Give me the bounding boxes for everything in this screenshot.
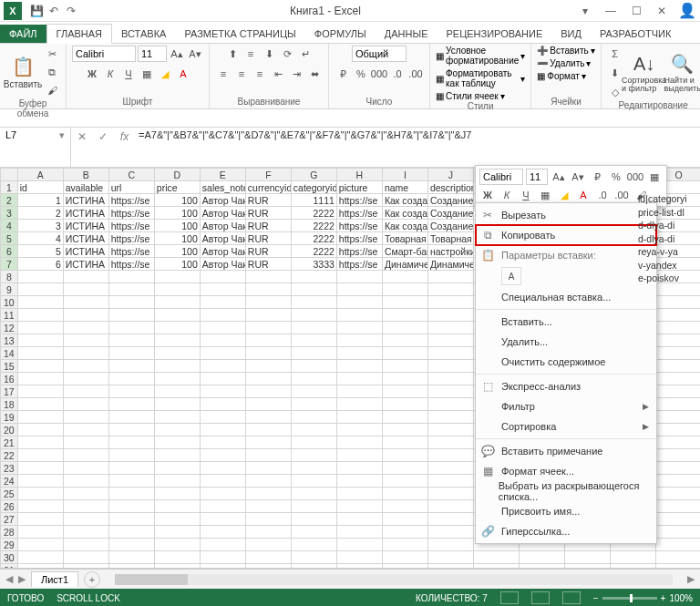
zoom-out-icon[interactable]: −: [593, 593, 599, 603]
tab-insert[interactable]: ВСТАВКА: [112, 25, 175, 43]
cell[interactable]: [427, 488, 473, 500]
column-header[interactable]: I: [382, 169, 427, 181]
cell[interactable]: настройки и запуск: [427, 245, 473, 258]
cell[interactable]: [245, 296, 291, 309]
cell[interactable]: sales_note: [200, 181, 245, 194]
cell[interactable]: [336, 334, 382, 347]
cell[interactable]: [200, 513, 245, 526]
cell[interactable]: [382, 564, 427, 570]
cell[interactable]: [291, 513, 336, 526]
cell[interactable]: [245, 385, 291, 398]
minimize-icon[interactable]: —: [598, 1, 623, 21]
cell[interactable]: [655, 411, 700, 424]
cell[interactable]: [427, 500, 473, 513]
row-header[interactable]: 18: [1, 398, 18, 411]
cell[interactable]: 2222: [291, 220, 336, 232]
cell[interactable]: [427, 551, 473, 564]
cell[interactable]: 100: [154, 194, 200, 207]
cell[interactable]: [108, 424, 154, 437]
cell[interactable]: [336, 513, 382, 526]
cell[interactable]: https://se: [336, 245, 382, 258]
cell[interactable]: [154, 475, 200, 488]
cell[interactable]: [655, 500, 700, 513]
cell[interactable]: [427, 539, 473, 551]
decrease-indent-icon[interactable]: ⇤: [270, 66, 286, 82]
cell[interactable]: [200, 437, 245, 449]
cell[interactable]: Создание и оптими: [427, 220, 473, 232]
cell[interactable]: [291, 385, 336, 398]
cell[interactable]: 3333: [291, 258, 336, 271]
cell[interactable]: [291, 411, 336, 424]
cell[interactable]: [382, 526, 427, 539]
cell[interactable]: [200, 539, 245, 551]
cell[interactable]: [108, 513, 154, 526]
cell[interactable]: [245, 526, 291, 539]
cell[interactable]: [245, 488, 291, 500]
cell[interactable]: [154, 385, 200, 398]
fill-icon[interactable]: ⬇: [607, 65, 623, 81]
cell[interactable]: [291, 488, 336, 500]
cell[interactable]: [245, 398, 291, 411]
ctx-format-cells[interactable]: ▦Формат ячеек...: [476, 461, 656, 481]
decrease-font-icon[interactable]: A▾: [187, 46, 203, 62]
format-painter-icon[interactable]: 🖌: [44, 82, 60, 98]
cell[interactable]: Автор Чак: [200, 220, 245, 232]
cell[interactable]: [63, 373, 108, 385]
cell[interactable]: RUR: [245, 245, 291, 258]
cell[interactable]: [17, 385, 63, 398]
cell[interactable]: https://se: [108, 232, 154, 245]
ctx-paste-special[interactable]: Специальная вставка...: [476, 287, 656, 307]
cell[interactable]: [154, 513, 200, 526]
cell[interactable]: [427, 322, 473, 334]
bold-button[interactable]: Ж: [84, 66, 100, 82]
cell[interactable]: Товарная г: [382, 232, 427, 245]
cell[interactable]: [245, 347, 291, 360]
cell[interactable]: 1: [17, 194, 63, 207]
cell[interactable]: [382, 437, 427, 449]
cell[interactable]: [200, 411, 245, 424]
ctx-define-name[interactable]: Присвоить имя...: [476, 501, 656, 521]
cell[interactable]: [63, 334, 108, 347]
cell[interactable]: [108, 475, 154, 488]
cell[interactable]: [336, 449, 382, 462]
column-header[interactable]: D: [154, 169, 200, 181]
cell[interactable]: [17, 513, 63, 526]
wrap-text-icon[interactable]: ↵: [297, 46, 314, 62]
zoom-slider[interactable]: [602, 597, 657, 600]
cell[interactable]: [245, 475, 291, 488]
cell[interactable]: [154, 322, 200, 334]
cell[interactable]: [108, 449, 154, 462]
align-left-icon[interactable]: ≡: [215, 66, 232, 82]
border-icon[interactable]: ▦: [139, 66, 155, 82]
enter-formula-icon[interactable]: ✓: [98, 130, 108, 143]
cell[interactable]: [108, 309, 154, 322]
cell[interactable]: [291, 539, 336, 551]
comma-icon[interactable]: 000: [371, 66, 387, 82]
cell[interactable]: Как созда: [382, 207, 427, 220]
cell[interactable]: [108, 347, 154, 360]
tab-home[interactable]: ГЛАВНАЯ: [46, 24, 112, 44]
cell[interactable]: [108, 360, 154, 373]
cell[interactable]: Автор Чак: [200, 232, 245, 245]
cell[interactable]: [200, 334, 245, 347]
row-header[interactable]: 14: [1, 347, 18, 360]
cell[interactable]: [291, 283, 336, 296]
cell[interactable]: [336, 271, 382, 283]
cell[interactable]: [382, 462, 427, 475]
cell[interactable]: Динамиче: [382, 258, 427, 271]
row-header[interactable]: 19: [1, 411, 18, 424]
cell[interactable]: [245, 539, 291, 551]
row-header[interactable]: 31: [1, 564, 18, 570]
cell[interactable]: [610, 564, 655, 570]
row-header[interactable]: 11: [1, 309, 18, 322]
close-icon[interactable]: ✕: [649, 1, 674, 21]
cell[interactable]: [655, 513, 700, 526]
cell[interactable]: [655, 322, 700, 334]
row-header[interactable]: 15: [1, 360, 18, 373]
cell[interactable]: [108, 488, 154, 500]
mini-fill-color-icon[interactable]: ◢: [556, 187, 572, 203]
cell[interactable]: [336, 385, 382, 398]
cell[interactable]: [427, 513, 473, 526]
cell[interactable]: url: [108, 181, 154, 194]
cell[interactable]: [655, 488, 700, 500]
